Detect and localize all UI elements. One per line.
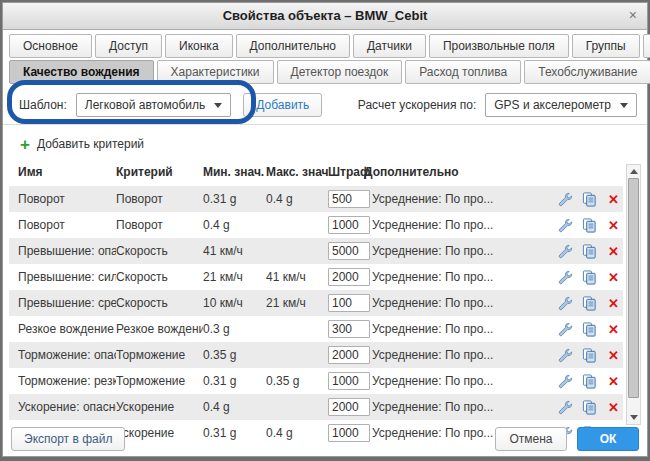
settings-wrench-icon[interactable] bbox=[558, 296, 573, 311]
template-select-value: Легковой автомобиль bbox=[85, 98, 206, 112]
template-select[interactable]: Легковой автомобиль bbox=[76, 93, 232, 117]
tab-dopolnitelno[interactable]: Дополнительно bbox=[236, 34, 350, 58]
cell-name: Превышение: среднее bbox=[18, 296, 116, 310]
cell-min: 21 км/ч bbox=[203, 270, 266, 284]
add-criterion-link[interactable]: + Добавить критерий bbox=[3, 125, 647, 154]
delete-icon[interactable]: ✕ bbox=[606, 192, 621, 207]
tab-dostup[interactable]: Доступ bbox=[95, 34, 162, 58]
penalty-input[interactable] bbox=[328, 190, 370, 208]
cell-criterion: Ускорение bbox=[116, 400, 203, 414]
header-min: Мин. знач. bbox=[203, 165, 266, 179]
copy-icon[interactable] bbox=[582, 192, 597, 207]
copy-icon[interactable] bbox=[582, 400, 597, 415]
tab-detektor-poezdok[interactable]: Детектор поездок bbox=[277, 60, 403, 84]
close-icon[interactable]: × bbox=[629, 8, 637, 22]
tab-proizvolnye-polya[interactable]: Произвольные поля bbox=[429, 34, 569, 58]
cancel-button[interactable]: Отмена bbox=[495, 427, 567, 451]
cell-criterion: Скорость bbox=[116, 270, 203, 284]
cell-min: 0.31 g bbox=[203, 374, 266, 388]
cell-criterion: Резкое вождение bbox=[116, 322, 203, 336]
delete-icon[interactable]: ✕ bbox=[606, 400, 621, 415]
dialog-title: Свойства объекта – BMW_Cebit bbox=[3, 3, 647, 29]
footer: Экспорт в файл Отмена ОК bbox=[3, 422, 647, 456]
cell-criterion: Поворот bbox=[116, 192, 203, 206]
penalty-input[interactable] bbox=[328, 346, 370, 364]
settings-wrench-icon[interactable] bbox=[558, 244, 573, 259]
delete-icon[interactable]: ✕ bbox=[606, 270, 621, 285]
delete-icon[interactable]: ✕ bbox=[606, 374, 621, 389]
settings-wrench-icon[interactable] bbox=[558, 218, 573, 233]
penalty-input[interactable] bbox=[328, 268, 370, 286]
delete-icon[interactable]: ✕ bbox=[606, 218, 621, 233]
settings-wrench-icon[interactable] bbox=[558, 270, 573, 285]
copy-icon[interactable] bbox=[582, 218, 597, 233]
add-template-button[interactable]: Добавить bbox=[243, 93, 322, 117]
copy-icon[interactable] bbox=[582, 322, 597, 337]
tab-kharakteristiki[interactable]: Характеристики bbox=[157, 60, 274, 84]
penalty-input[interactable] bbox=[328, 372, 370, 390]
settings-wrench-icon[interactable] bbox=[558, 400, 573, 415]
tab-ikonka[interactable]: Иконка bbox=[165, 34, 233, 58]
table-row: Поворот Поворот 0.31 g 0.4 g Усреднение:… bbox=[9, 186, 623, 212]
table-row: Превышение: опасное Скорость 41 км/ч Уср… bbox=[9, 238, 623, 264]
scrollbar-thumb[interactable] bbox=[628, 178, 639, 398]
cell-max: 41 км/ч bbox=[266, 270, 328, 284]
copy-icon[interactable] bbox=[582, 244, 597, 259]
header-criterion: Критерий bbox=[116, 165, 203, 179]
header-name: Имя bbox=[18, 165, 116, 179]
table-row: Торможение: резкое Торможение 0.31 g 0.3… bbox=[9, 368, 623, 394]
cell-min: 0.3 g bbox=[203, 322, 266, 336]
copy-icon[interactable] bbox=[582, 348, 597, 363]
cell-min: 41 км/ч bbox=[203, 244, 266, 258]
cell-name: Ускорение: опасное bbox=[18, 400, 116, 414]
cell-min: 0.4 g bbox=[203, 218, 266, 232]
cell-criterion: Торможение bbox=[116, 374, 203, 388]
table-row: Торможение: опасное Торможение 0.35 g Ус… bbox=[9, 342, 623, 368]
row-actions: ✕ bbox=[558, 244, 623, 259]
export-to-file-button[interactable]: Экспорт в файл bbox=[11, 427, 125, 451]
header-additional: Дополнительно bbox=[364, 165, 623, 179]
penalty-input[interactable] bbox=[328, 398, 370, 416]
cell-name: Торможение: резкое bbox=[18, 374, 116, 388]
copy-icon[interactable] bbox=[582, 270, 597, 285]
tab-bars: Основное Доступ Иконка Дополнительно Дат… bbox=[3, 30, 647, 84]
cell-min: 0.35 g bbox=[203, 348, 266, 362]
copy-icon[interactable] bbox=[582, 296, 597, 311]
table-row: Резкое вождение Резкое вождение 0.3 g Ус… bbox=[9, 316, 623, 342]
chevron-down-icon bbox=[620, 103, 628, 108]
tab-osnovnoe[interactable]: Основное bbox=[9, 34, 92, 58]
tab-raskhod-topliva[interactable]: Расход топлива bbox=[405, 60, 521, 84]
tab-tekhobsluzhivanie[interactable]: Техобслуживание bbox=[524, 60, 650, 84]
settings-wrench-icon[interactable] bbox=[558, 192, 573, 207]
penalty-input[interactable] bbox=[328, 294, 370, 312]
delete-icon[interactable]: ✕ bbox=[606, 244, 621, 259]
penalty-input[interactable] bbox=[328, 216, 370, 234]
copy-icon[interactable] bbox=[582, 374, 597, 389]
table-scrollbar[interactable] bbox=[626, 164, 641, 425]
acceleration-select[interactable]: GPS и акселерометр bbox=[485, 93, 637, 117]
cell-additional: Усреднение: По про... bbox=[372, 244, 558, 258]
penalty-input[interactable] bbox=[328, 242, 370, 260]
tab-kachestvo-vozhdeniya[interactable]: Качество вождения bbox=[9, 60, 154, 84]
settings-wrench-icon[interactable] bbox=[558, 374, 573, 389]
cell-additional: Усреднение: По про... bbox=[372, 218, 558, 232]
settings-wrench-icon[interactable] bbox=[558, 322, 573, 337]
cell-additional: Усреднение: По про... bbox=[372, 296, 558, 310]
plus-icon: + bbox=[20, 137, 30, 152]
penalty-input[interactable] bbox=[328, 320, 370, 338]
delete-icon[interactable]: ✕ bbox=[606, 322, 621, 337]
delete-icon[interactable]: ✕ bbox=[606, 348, 621, 363]
tab-komandy[interactable]: Команды bbox=[643, 34, 650, 58]
tab-datchiki[interactable]: Датчики bbox=[353, 34, 426, 58]
scroll-up-icon[interactable] bbox=[627, 165, 640, 178]
delete-icon[interactable]: ✕ bbox=[606, 296, 621, 311]
cell-additional: Усреднение: По про... bbox=[372, 270, 558, 284]
settings-wrench-icon[interactable] bbox=[558, 348, 573, 363]
row-actions: ✕ bbox=[558, 322, 623, 337]
header-penalty: Штраф bbox=[328, 165, 364, 179]
cell-criterion: Поворот bbox=[116, 218, 203, 232]
object-properties-dialog: Свойства объекта – BMW_Cebit × Основное … bbox=[2, 2, 648, 457]
titlebar: Свойства объекта – BMW_Cebit × bbox=[3, 3, 647, 30]
ok-button[interactable]: ОК bbox=[577, 427, 639, 451]
tab-gruppy[interactable]: Группы bbox=[572, 34, 640, 58]
